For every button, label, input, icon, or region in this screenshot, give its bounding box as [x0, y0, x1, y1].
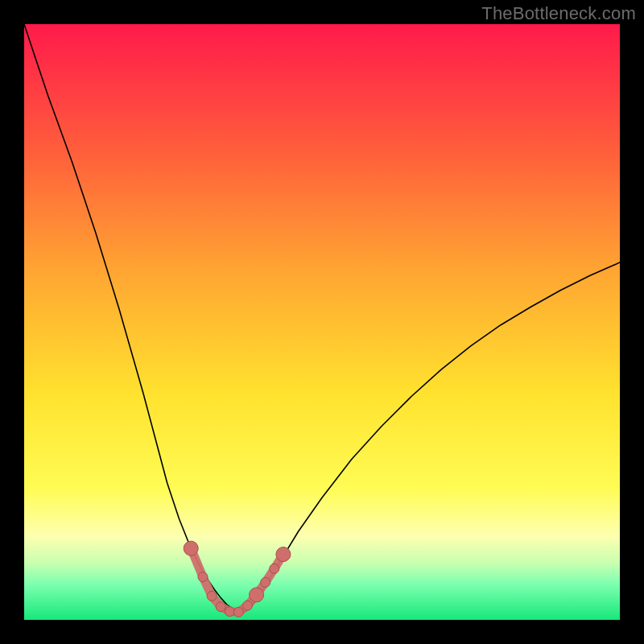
chart-frame: TheBottleneck.com — [0, 0, 644, 644]
marker-point — [276, 547, 291, 562]
marker-point — [261, 577, 270, 587]
watermark-text: TheBottleneck.com — [481, 3, 636, 24]
marker-point — [207, 591, 217, 601]
chart-plot-area — [24, 24, 620, 620]
marker-point — [225, 607, 234, 617]
marker-point — [243, 601, 253, 610]
marker-point — [216, 602, 225, 612]
marker-point — [270, 564, 279, 573]
marker-point — [198, 572, 208, 582]
marker-point — [184, 541, 198, 555]
chart-background — [24, 24, 620, 620]
chart-svg — [24, 24, 620, 620]
marker-point — [250, 588, 264, 602]
marker-point — [233, 607, 243, 617]
